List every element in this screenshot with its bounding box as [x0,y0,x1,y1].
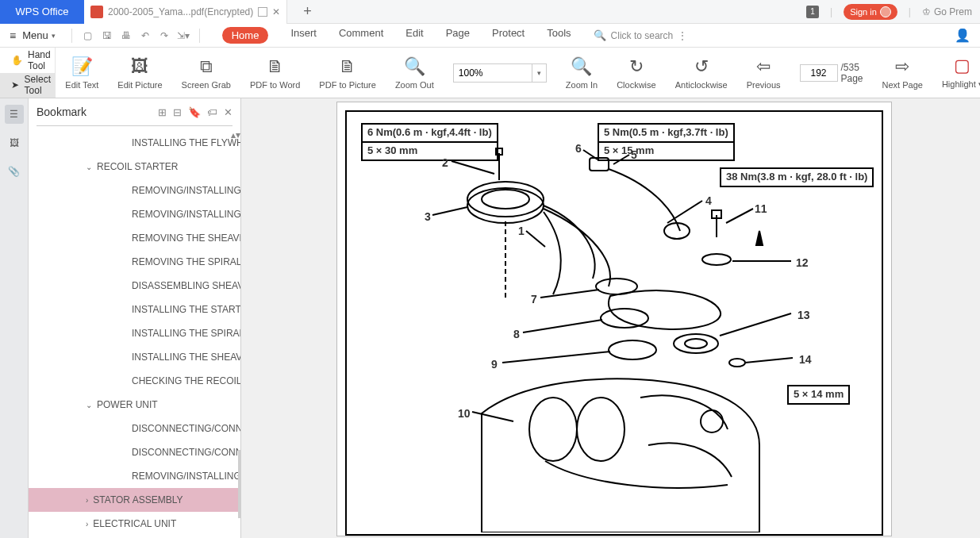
tab-edit[interactable]: Edit [405,27,423,44]
notification-badge[interactable]: 1 [806,6,819,18]
bookmark-item[interactable]: DISASSEMBLING SHEAVE ... [29,274,240,298]
pdf-to-picture-icon: 🗎 [339,56,356,77]
menu-dropdown[interactable]: Menu ▾ [22,29,62,41]
highlight-button[interactable]: ▢ Highlight ▾ [932,48,980,98]
page-input[interactable] [800,64,838,82]
zoom-out-icon: 🔍 [404,56,425,77]
zoom-combo[interactable]: ▾ [453,63,547,83]
search-placeholder: Click to search [611,30,674,41]
bookmark-item[interactable]: REMOVING/INSTALLING T... [29,202,240,226]
bookmarks-rail-icon[interactable]: ☰ [5,105,24,124]
tab-protect[interactable]: Protect [492,27,525,44]
bookmark-item[interactable]: ›ELECTRICAL UNIT [29,512,240,536]
bm-close-icon[interactable]: ✕ [224,106,233,118]
crown-icon: ♔ [922,6,931,17]
scroll-up-icon[interactable]: ▴▾ [231,129,239,140]
new-tab-button[interactable]: + [303,3,312,20]
pdf-icon [90,6,103,18]
edit-text-button[interactable]: 📝 Edit Text [56,48,108,98]
caret-down-icon[interactable]: ⌄ [86,163,92,171]
previous-page-button[interactable]: ⇦ Previous [737,48,790,98]
pdf-to-word-button[interactable]: 🗎 PDF to Word [240,48,309,98]
left-rail: ☰ 🖼 📎 [0,98,29,538]
pdf-to-picture-button[interactable]: 🗎 PDF to Picture [309,48,386,98]
tab-close-icon[interactable]: ✕ [272,6,280,17]
zoom-out-button[interactable]: 🔍 Zoom Out [386,48,444,98]
svg-point-2 [467,188,544,223]
page-indicator: /535 Page [800,62,863,84]
bookmark-item[interactable]: ⌄RECOIL STARTER [29,155,240,179]
screen-grab-button[interactable]: ⧉ Screen Grab [172,48,240,98]
redo-icon[interactable]: ↷ [158,29,171,42]
ribbon-tabs: Home Insert Comment Edit Page Protect To… [222,27,571,44]
svg-line-11 [613,155,629,164]
svg-line-23 [523,320,602,332]
print-icon[interactable]: 🖶 [120,29,133,42]
caret-right-icon[interactable]: › [86,520,88,528]
svg-line-27 [720,313,791,336]
sign-in-button[interactable]: Sign in [844,4,897,20]
svg-point-21 [609,340,656,359]
bm-remove-icon[interactable]: 🏷 [207,106,217,118]
tab-tools[interactable]: Tools [547,27,571,44]
scrollbar-thumb[interactable] [238,450,240,518]
bookmark-item[interactable]: DISCONNECTING/CONNE... [29,417,240,440]
document-tab[interactable]: 2000-2005_Yama...pdf(Encrypted) ✕ [84,0,287,24]
zoom-dropdown-icon[interactable]: ▾ [532,63,547,83]
bm-tool-1-icon[interactable]: ⊞ [158,106,167,118]
workspace: ☰ 🖼 📎 Bookmark ⊞ ⊟ 🔖 🏷 ✕ ▴▾ INSTALLING T… [0,98,980,538]
bookmark-item[interactable]: INSTALLING THE SPIRAL S... [29,321,240,345]
search-area[interactable]: 🔍 Click to search ⋮ [594,29,688,41]
bookmark-item[interactable]: INSTALLING THE STARTER... [29,298,240,321]
go-premium-button[interactable]: ♔ Go Prem [922,6,972,17]
bookmark-item[interactable]: INSTALLING THE FLYWHE... [29,131,240,155]
menu-bar: ≡ Menu ▾ ▢ 🖫 🖶 ↶ ↷ ⇲▾ Home Insert Commen… [0,24,980,48]
hamburger-icon[interactable]: ≡ [10,29,16,42]
document-viewport[interactable]: 6 Nm(0.6 m · kgf,4.4ft · lb) 5 × 30 mm 5… [241,98,980,538]
zoom-in-button[interactable]: 🔍 Zoom In [556,48,607,98]
export-icon[interactable]: ⇲▾ [177,29,190,42]
bookmark-item[interactable]: REMOVING/INSTALLING T... [29,179,240,202]
undo-icon[interactable]: ↶ [139,29,152,42]
tab-page[interactable]: Page [446,27,470,44]
bookmark-item[interactable]: INSTALLING THE SHEAVE ... [29,345,240,369]
select-tool[interactable]: ➤Select Tool [0,73,55,98]
rotate-cw-button[interactable]: ↻ Clockwise [607,48,666,98]
svg-point-0 [467,182,544,217]
document-name: 2000-2005_Yama...pdf(Encrypted) [108,6,253,17]
caret-down-icon[interactable]: ⌄ [86,401,92,409]
tab-comment[interactable]: Comment [339,27,383,44]
avatar-icon [880,6,891,17]
bookmark-tree: ▴▾ INSTALLING THE FLYWHE... ⌄RECOIL STAR… [29,126,240,538]
bookmark-item[interactable]: DISCONNECTING/CONNE... [29,440,240,464]
bookmark-item[interactable]: ⌄POWER UNIT [29,393,240,417]
attachments-rail-icon[interactable]: 📎 [5,162,24,181]
svg-line-16 [726,209,753,223]
open-icon[interactable]: ▢ [82,29,94,42]
go-premium-label: Go Prem [934,6,972,17]
next-page-button[interactable]: ⇨ Next Page [873,48,932,98]
tab-home[interactable]: Home [222,27,269,44]
user-icon[interactable]: 👤 [955,28,970,43]
window-restore-icon[interactable] [258,7,267,17]
svg-line-22 [540,290,599,298]
hand-tool[interactable]: ✋Hand Tool [0,48,55,73]
exploded-diagram [347,112,883,532]
bookmark-item[interactable]: CHECKING THE RECOIL ST... [29,369,240,393]
bookmark-item[interactable]: REMOVING THE SPIRAL SP... [29,250,240,274]
zoom-input[interactable] [453,63,532,83]
tab-insert[interactable]: Insert [290,27,317,44]
bookmark-title: Bookmark [37,106,86,118]
bookmark-item[interactable]: REMOVING THE SHEAVE D... [29,226,240,250]
bookmark-item-selected[interactable]: ›STATOR ASSEMBLY [29,488,240,512]
bm-add-icon[interactable]: 🔖 [188,106,201,118]
save-icon[interactable]: 🖫 [101,29,113,42]
caret-right-icon[interactable]: › [86,496,88,505]
thumbnails-rail-icon[interactable]: 🖼 [5,133,24,152]
svg-point-26 [685,339,707,348]
rotate-ccw-button[interactable]: ↺ Anticlockwise [666,48,737,98]
bm-tool-2-icon[interactable]: ⊟ [173,106,182,118]
selection-tools: ✋Hand Tool ➤Select Tool [0,48,56,98]
bookmark-item[interactable]: REMOVING/INSTALLING T... [29,464,240,488]
edit-picture-button[interactable]: 🖼 Edit Picture [108,48,171,98]
